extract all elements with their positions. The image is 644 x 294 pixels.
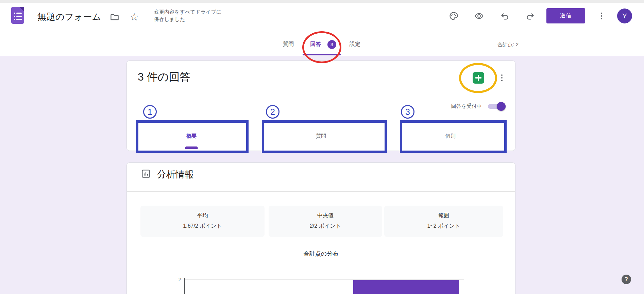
save-status-line1: 変更内容をすべてドライブに [154, 8, 221, 16]
forms-logo-icon[interactable] [11, 7, 24, 24]
send-button[interactable]: 送信 [546, 8, 585, 23]
accepting-responses-label: 回答を受付中 [451, 103, 482, 109]
accepting-responses-toggle[interactable] [488, 104, 506, 109]
tab-questions[interactable]: 質問 [276, 41, 301, 48]
insights-divider [127, 191, 515, 192]
form-title[interactable]: 無題のフォーム [37, 11, 101, 23]
stat-range-label: 範囲 [384, 212, 503, 219]
star-icon[interactable]: ☆ [129, 11, 140, 23]
app-bar: 無題のフォーム ☆ 変更内容をすべてドライブに 保存しました 送信 Y 質問 回… [0, 3, 644, 56]
stat-mean-label: 平均 [140, 212, 265, 219]
stat-mean-value: 1.67/2 ポイント [140, 223, 265, 230]
redo-icon[interactable] [525, 11, 535, 21]
insights-title: 分析情報 [157, 168, 194, 180]
save-status: 変更内容をすべてドライブに 保存しました [154, 8, 221, 23]
stat-median-label: 中央値 [269, 212, 382, 219]
subtab-summary-label: 概要 [186, 133, 197, 139]
logo-line [14, 13, 22, 14]
top-strip [0, 0, 644, 3]
stat-median: 中央値 2/2 ポイント [269, 206, 382, 237]
undo-icon[interactable] [500, 11, 510, 21]
tab-responses[interactable]: 回答 [303, 41, 328, 48]
responses-card: 3 件の回答 回答を受付中 概要 質問 個別 [126, 60, 515, 151]
help-button[interactable]: ? [622, 275, 631, 284]
logo-line [14, 16, 22, 17]
chart-bar-score2 [353, 280, 459, 294]
stat-range-value: 1~2 ポイント [384, 223, 503, 230]
subtab-question[interactable]: 質問 [256, 121, 386, 151]
responses-subtabs: 概要 質問 個別 [127, 121, 515, 151]
stat-range: 範囲 1~2 ポイント [384, 206, 503, 237]
responses-more-options-icon[interactable] [499, 72, 504, 84]
logo-fold [19, 7, 24, 12]
link-to-sheets-icon[interactable] [473, 72, 484, 84]
preview-eye-icon[interactable] [474, 11, 484, 21]
insights-chart-icon [141, 169, 151, 179]
chart-y-tick: 2 [168, 276, 181, 282]
logo-line [14, 19, 22, 20]
subtab-question-label: 質問 [316, 133, 326, 139]
subtab-individual[interactable]: 個別 [386, 121, 515, 151]
google-forms-app: 無題のフォーム ☆ 変更内容をすべてドライブに 保存しました 送信 Y 質問 回… [0, 0, 644, 294]
chart-title: 合計点の分布 [127, 250, 515, 258]
chart-y-axis [184, 278, 185, 294]
total-points: 合計点: 2 [480, 41, 519, 48]
sheets-cross-v [478, 75, 479, 81]
subtab-individual-label: 個別 [445, 133, 456, 139]
account-avatar[interactable]: Y [617, 8, 632, 23]
subtab-summary[interactable]: 概要 [127, 121, 256, 151]
active-tab-underline [303, 54, 341, 55]
tab-settings[interactable]: 設定 [343, 41, 367, 48]
accepting-responses-row: 回答を受付中 [451, 103, 506, 109]
move-to-folder-icon[interactable] [109, 11, 120, 23]
responses-count-title: 3 件の回答 [138, 70, 190, 85]
more-options-icon[interactable] [599, 11, 604, 21]
theme-palette-icon[interactable] [448, 11, 459, 21]
insights-card: 分析情報 平均 1.67/2 ポイント 中央値 2/2 ポイント 範囲 1~2 … [126, 162, 515, 294]
toggle-knob [497, 102, 506, 111]
stat-mean: 平均 1.67/2 ポイント [140, 206, 265, 237]
stat-median-value: 2/2 ポイント [269, 223, 382, 230]
save-status-line2: 保存しました [154, 16, 221, 23]
responses-count-badge: 3 [327, 40, 336, 49]
active-subtab-indicator [185, 146, 198, 149]
